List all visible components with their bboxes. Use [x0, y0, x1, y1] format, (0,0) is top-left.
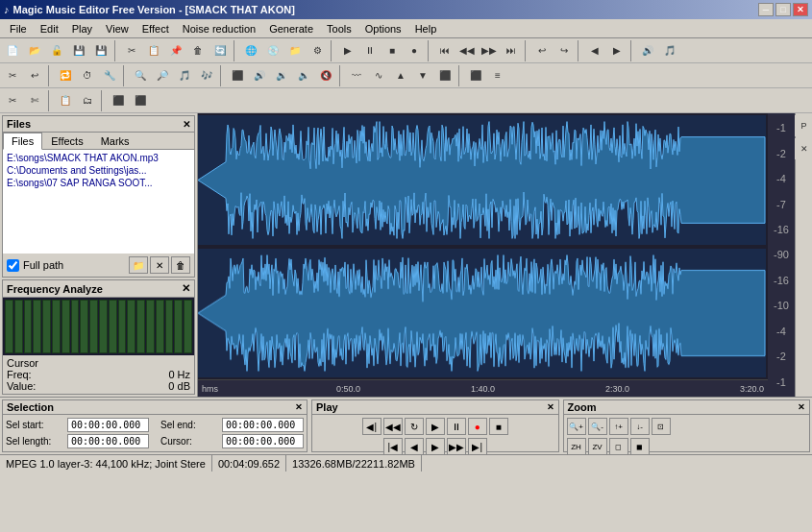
tb2-btn-3[interactable]: 🔁	[55, 65, 76, 86]
tb2-btn-4[interactable]: ⏱	[77, 65, 98, 86]
files-panel-close[interactable]: ✕	[183, 119, 190, 130]
tb-btn-2[interactable]: ⏸	[359, 40, 381, 61]
tb2-btn-21[interactable]: ≡	[487, 65, 508, 86]
zoom-sel-v-button[interactable]: ZV	[588, 438, 607, 455]
tb2-btn-20[interactable]: ⬛	[465, 65, 486, 86]
tb-btn-12[interactable]: ▶	[606, 40, 627, 61]
tb-btn-8[interactable]: ⏭	[501, 40, 522, 61]
play-btn-prev[interactable]: ◀	[405, 438, 424, 455]
remove-button[interactable]: ✕	[150, 256, 169, 274]
tb-btn-4[interactable]: ●	[404, 40, 425, 61]
tb-btn-3[interactable]: ■	[381, 40, 403, 61]
tb2-btn-9[interactable]: 🎶	[196, 65, 217, 86]
menu-item-help[interactable]: Help	[409, 21, 443, 36]
refresh-button[interactable]: 🔄	[209, 40, 231, 61]
delete-button[interactable]: 🗑	[187, 40, 209, 61]
tb-btn-13[interactable]: 🔊	[637, 40, 658, 61]
menu-item-tools[interactable]: Tools	[321, 21, 357, 36]
tb-btn-14[interactable]: 🎵	[659, 40, 680, 61]
tb2-btn-11[interactable]: 🔊	[249, 65, 270, 86]
zoom-fit-button[interactable]: ⊡	[652, 418, 671, 435]
tb2-btn-13[interactable]: 🔈	[293, 65, 314, 86]
tb-btn-9[interactable]: ↩	[531, 40, 553, 61]
play-btn-prev-track[interactable]: ◀|	[362, 418, 381, 435]
files-tab-files[interactable]: Files	[3, 133, 42, 150]
cursor-input[interactable]	[222, 434, 304, 448]
zoom-out-h-button[interactable]: 🔍-	[588, 418, 607, 435]
tb3-btn-1[interactable]: ✂	[2, 90, 23, 111]
globe-button[interactable]: 🌐	[240, 40, 261, 61]
play-btn-stop[interactable]: ■	[489, 418, 508, 435]
tb2-btn-2[interactable]: ↩	[24, 65, 45, 86]
zoom-out-v-button[interactable]: ↓-	[630, 418, 650, 435]
play-btn-loop[interactable]: ↻	[405, 418, 424, 435]
play-btn-pause[interactable]: ⏸	[447, 418, 466, 435]
menu-item-view[interactable]: View	[100, 21, 135, 36]
full-path-checkbox[interactable]	[7, 259, 19, 272]
tb3-btn-5[interactable]: ⬛	[108, 90, 129, 111]
play-btn-ff[interactable]: ▶▶	[447, 438, 466, 455]
minimize-button[interactable]: ─	[758, 3, 774, 16]
zoom-panel-close[interactable]: ✕	[798, 402, 805, 412]
waveform-area[interactable]: hms0:50.01:40.02:30.03:20.0 -1-2-4-7-16-…	[198, 113, 795, 397]
zoom-full-button[interactable]: ◻	[609, 438, 628, 455]
selection-panel-close[interactable]: ✕	[295, 402, 303, 412]
maximize-button[interactable]: □	[775, 3, 791, 16]
tb3-btn-6[interactable]: ⬛	[130, 90, 151, 111]
tb2-btn-16[interactable]: ∿	[368, 65, 389, 86]
zoom-sel-h-button[interactable]: ZH	[567, 438, 586, 455]
menu-item-noise-reduction[interactable]: Noise reduction	[177, 21, 261, 36]
waveform-track-top[interactable]	[198, 115, 766, 245]
cd-button[interactable]: 💿	[262, 40, 283, 61]
copy-button[interactable]: 📋	[143, 40, 164, 61]
tb3-btn-4[interactable]: 🗂	[77, 90, 98, 111]
file-item[interactable]: E:\songs\07 SAP RANGA SOOT...	[5, 177, 192, 189]
tb2-btn-1[interactable]: ✂	[2, 65, 23, 86]
sel-start-input[interactable]	[67, 418, 149, 432]
tb-btn-1[interactable]: ▶	[337, 40, 358, 61]
tb-btn-7[interactable]: ▶▶	[479, 40, 500, 61]
folder-button[interactable]: 📁	[129, 256, 148, 274]
tb2-btn-7[interactable]: 🔎	[152, 65, 173, 86]
delete-file-button[interactable]: 🗑	[171, 256, 190, 274]
tb3-btn-2[interactable]: ✄	[24, 90, 45, 111]
open2-button[interactable]: 🔓	[46, 40, 67, 61]
save-button[interactable]: 💾	[68, 40, 89, 61]
file-button[interactable]: 📁	[284, 40, 306, 61]
tb2-btn-12[interactable]: 🔉	[271, 65, 292, 86]
tb2-btn-8[interactable]: 🎵	[174, 65, 195, 86]
waveform-track-bottom[interactable]	[198, 249, 766, 378]
tb3-btn-3[interactable]: 📋	[55, 90, 76, 111]
settings-button[interactable]: ⚙	[307, 40, 328, 61]
p-button[interactable]: P	[794, 115, 813, 136]
play-btn-begin[interactable]: |◀	[383, 438, 403, 455]
tb-btn-5[interactable]: ⏮	[434, 40, 455, 61]
open-button[interactable]: 📂	[24, 40, 45, 61]
close-button[interactable]: ✕	[793, 3, 808, 16]
zoom-in-h-button[interactable]: 🔍+	[567, 418, 586, 435]
play-panel-close[interactable]: ✕	[547, 402, 554, 412]
tb2-btn-5[interactable]: 🔧	[99, 65, 120, 86]
sel-end-input[interactable]	[222, 418, 304, 432]
cut-button[interactable]: ✂	[121, 40, 142, 61]
play-btn-record[interactable]: ●	[468, 418, 487, 435]
tb-btn-6[interactable]: ◀◀	[456, 40, 478, 61]
play-btn-play2[interactable]: ▶	[426, 438, 445, 455]
tb-btn-10[interactable]: ↪	[554, 40, 575, 61]
freq-panel-close[interactable]: ✕	[182, 282, 190, 295]
tb2-btn-6[interactable]: 🔍	[130, 65, 151, 86]
tb-btn-11[interactable]: ◀	[584, 40, 605, 61]
menu-item-generate[interactable]: Generate	[263, 21, 319, 36]
tb2-btn-10[interactable]: ⬛	[227, 65, 248, 86]
play-btn-end[interactable]: ▶|	[468, 438, 487, 455]
menu-item-edit[interactable]: Edit	[35, 21, 64, 36]
menu-item-file[interactable]: File	[4, 21, 33, 36]
paste-button[interactable]: 📌	[165, 40, 186, 61]
tb2-btn-17[interactable]: ▲	[390, 65, 411, 86]
zoom-in-v-button[interactable]: ↑+	[609, 418, 628, 435]
file-item[interactable]: E:\songs\SMACK THAT AKON.mp3	[5, 152, 192, 164]
play-btn-play[interactable]: ▶	[426, 418, 445, 435]
file-item[interactable]: C:\Documents and Settings\jas...	[5, 164, 192, 177]
menu-item-options[interactable]: Options	[359, 21, 407, 36]
x-button[interactable]: ✕	[794, 138, 813, 159]
